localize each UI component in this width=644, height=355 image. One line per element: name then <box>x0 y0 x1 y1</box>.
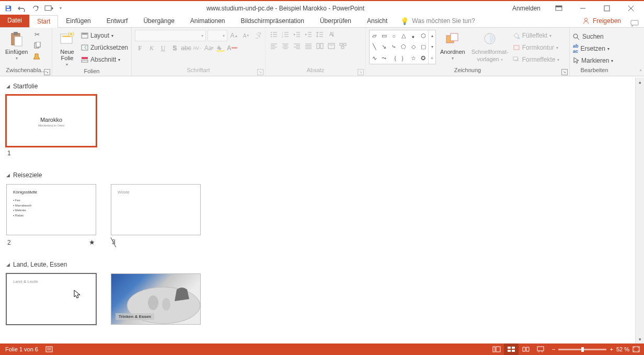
slide-thumbnail-1[interactable]: Marokko Märchenland im Orient <box>6 95 96 146</box>
ribbon-display-options-icon[interactable] <box>548 2 570 15</box>
undo-icon[interactable] <box>16 2 28 15</box>
fit-to-window-icon[interactable] <box>632 346 640 352</box>
tell-me-search[interactable]: 💡 Was möchten Sie tun? <box>400 15 475 27</box>
zoom-in-icon[interactable]: + <box>610 346 613 352</box>
font-dialog-launcher[interactable]: ↘ <box>257 69 263 75</box>
animation-star-icon[interactable]: ★ <box>89 238 95 246</box>
comments-icon[interactable] <box>628 20 641 27</box>
scroll-down-icon[interactable]: ▾ <box>636 335 644 343</box>
tab-home[interactable]: Start <box>29 15 58 28</box>
share-button[interactable]: Freigeben <box>575 15 628 27</box>
align-center-icon[interactable] <box>280 41 291 51</box>
bold-icon[interactable]: F <box>135 43 145 53</box>
paste-button[interactable]: Einfügen ▾ <box>3 30 30 62</box>
shadow-icon[interactable]: S <box>169 43 180 53</box>
font-color-icon[interactable]: A <box>227 43 237 53</box>
line-spacing-icon[interactable] <box>315 30 325 39</box>
reading-view-icon[interactable] <box>519 343 533 355</box>
section-header[interactable]: ◢Startfolie <box>6 83 629 90</box>
layout-button[interactable]: Layout▾ <box>81 30 128 41</box>
new-slide-button[interactable]: Neue Folie ▾ <box>55 30 79 68</box>
qat-customize-icon[interactable]: ▾ <box>60 6 62 10</box>
slide-thumbnail-4[interactable]: Land & Leute <box>6 273 96 325</box>
section-header[interactable]: ◢Reiseziele <box>6 171 629 179</box>
zoom-percent[interactable]: 52 % <box>616 346 629 352</box>
vertical-scrollbar[interactable]: ▴ ▾ <box>635 77 644 343</box>
smartart-icon[interactable] <box>338 41 348 51</box>
underline-icon[interactable]: U <box>158 43 168 53</box>
text-direction-icon[interactable]: A <box>326 30 337 39</box>
tab-animations[interactable]: Animationen <box>182 15 233 27</box>
drawing-dialog-launcher[interactable]: ↘ <box>561 69 568 75</box>
format-painter-icon[interactable] <box>32 52 42 61</box>
close-icon[interactable] <box>620 2 642 15</box>
copy-icon[interactable] <box>32 41 42 50</box>
svg-rect-12 <box>14 32 18 35</box>
tab-slideshow[interactable]: Bildschirmpräsentation <box>233 15 312 27</box>
shapes-gallery[interactable]: ▱▭○△⬥⬡ ╲↘⤷⬠◇▢ ∿⤳｛｝☆✪ ▴▾≡ <box>369 30 436 64</box>
minimize-icon[interactable] <box>572 2 594 15</box>
increase-font-icon[interactable]: A▲ <box>229 31 239 40</box>
clear-formatting-icon[interactable] <box>253 31 263 40</box>
slide-counter[interactable]: Folie 1 von 6 <box>5 346 38 352</box>
slide-thumbnail-5[interactable]: Trinken & Essen <box>111 273 201 325</box>
change-case-icon[interactable]: Aa▾ <box>204 43 214 53</box>
shape-outline-button[interactable]: Formkontur▾ <box>513 42 560 53</box>
tab-view[interactable]: Ansicht <box>359 15 395 27</box>
select-button[interactable]: Markieren▾ <box>573 55 613 66</box>
start-from-beginning-icon[interactable] <box>43 2 55 15</box>
decrease-font-icon[interactable]: A▼ <box>241 31 251 40</box>
collapse-triangle-icon: ◢ <box>6 173 10 178</box>
shape-fill-button[interactable]: Fülleffekt▾ <box>513 30 560 41</box>
section-button[interactable]: Abschnitt▾ <box>81 54 128 65</box>
shape-effects-button[interactable]: Formeffekte▾ <box>513 54 560 65</box>
slide-sorter[interactable]: ◢Startfolie Marokko Märchenland im Orien… <box>0 77 635 343</box>
maximize-icon[interactable] <box>596 2 618 15</box>
quick-access-toolbar: ▾ <box>0 2 64 15</box>
svg-line-77 <box>577 38 579 40</box>
tab-transitions[interactable]: Übergänge <box>135 15 182 27</box>
collapse-ribbon-icon[interactable]: ˄ <box>639 69 642 75</box>
zoom-slider[interactable] <box>558 349 606 350</box>
quick-styles-button[interactable]: Schnellformat- vorlagen ▾ <box>469 30 511 63</box>
paragraph-dialog-launcher[interactable]: ↘ <box>358 69 364 75</box>
bullets-icon[interactable] <box>269 30 279 39</box>
save-icon[interactable] <box>2 2 15 15</box>
font-name-combo[interactable]: ▾ <box>135 30 206 41</box>
svg-rect-85 <box>496 347 500 352</box>
align-text-icon[interactable] <box>326 41 337 51</box>
columns-icon[interactable] <box>315 41 325 51</box>
replace-button[interactable]: abacErsetzen▾ <box>573 43 610 54</box>
arrange-button[interactable]: Anordnen▾ <box>438 30 467 62</box>
character-spacing-icon[interactable]: AV↔ <box>192 43 203 53</box>
slide-sorter-view-icon[interactable] <box>504 343 519 355</box>
numbering-icon[interactable]: 123 <box>280 30 291 39</box>
decrease-indent-icon[interactable] <box>292 30 302 39</box>
section-header[interactable]: ◢Land, Leute, Essen <box>6 261 629 268</box>
cut-icon[interactable]: ✂ <box>32 30 42 39</box>
align-right-icon[interactable] <box>292 41 302 51</box>
slideshow-view-icon[interactable] <box>533 343 548 355</box>
tab-file[interactable]: Datei <box>0 15 29 27</box>
slide-thumbnail-2[interactable]: Königsstädte ▪ Fes ▪ Marrakesch ▪ Meknès… <box>6 184 96 235</box>
tab-insert[interactable]: Einfügen <box>58 15 98 27</box>
align-left-icon[interactable] <box>269 41 279 51</box>
find-button[interactable]: Suchen <box>573 31 604 42</box>
increase-indent-icon[interactable] <box>303 30 314 39</box>
tab-design[interactable]: Entwurf <box>99 15 136 27</box>
sign-in-button[interactable]: Anmelden <box>507 5 546 12</box>
font-size-combo[interactable]: ▾ <box>208 30 227 41</box>
redo-icon[interactable] <box>29 2 42 15</box>
normal-view-icon[interactable] <box>489 343 504 355</box>
slide-thumbnail-3[interactable]: Wüste <box>111 184 201 235</box>
highlight-icon[interactable] <box>215 43 226 53</box>
reset-button[interactable]: Zurücksetzen <box>81 42 128 53</box>
notes-icon[interactable] <box>45 346 53 352</box>
scroll-up-icon[interactable]: ▴ <box>636 77 644 86</box>
strikethrough-icon[interactable]: abc <box>181 43 191 53</box>
tab-review[interactable]: Überprüfen <box>312 15 359 27</box>
italic-icon[interactable]: K <box>146 43 157 53</box>
zoom-out-icon[interactable]: − <box>552 346 555 352</box>
justify-icon[interactable] <box>303 41 314 51</box>
clipboard-dialog-launcher[interactable]: ↘ <box>44 69 50 75</box>
